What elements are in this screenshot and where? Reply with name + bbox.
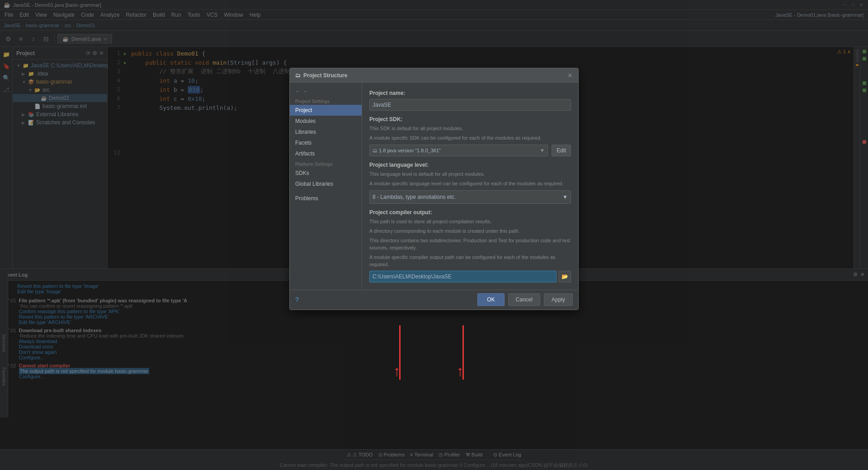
red-arrow-apply: ↑ — [457, 363, 464, 380]
compiler-output-label: Project compiler output: — [369, 209, 571, 216]
dialog-body: ← → Project Settings Project Modules Lib… — [290, 83, 578, 290]
compiler-desc3: This directory contains two subdirectori… — [369, 237, 571, 251]
project-name-input[interactable] — [369, 99, 571, 111]
lang-dropdown-arrow: ▼ — [562, 194, 568, 200]
lang-value: 8 - Lambdas, type annotations etc. — [373, 194, 456, 200]
nav-item-sdks[interactable]: SDKs — [290, 168, 362, 179]
output-path-row: 📂 — [369, 271, 571, 282]
nav-forward-btn[interactable]: → — [302, 88, 308, 94]
sdk-select[interactable]: 🗂 1.8 java version "1.8.0_361" ▼ — [369, 145, 548, 156]
footer-buttons: OK Cancel Apply — [477, 293, 573, 306]
dialog-close-btn[interactable]: ✕ — [567, 72, 573, 79]
nav-item-artifacts[interactable]: Artifacts — [290, 148, 362, 159]
dialog-title: Project Structure — [303, 72, 347, 79]
dialog-nav: ← → Project Settings Project Modules Lib… — [290, 83, 362, 290]
project-name-label: Project name: — [369, 90, 571, 96]
compiler-desc2: A directory corresponding to each module… — [369, 228, 571, 235]
dialog-cancel-btn[interactable]: Cancel — [508, 293, 540, 306]
platform-settings-label: Platform Settings — [290, 159, 362, 168]
red-arrow-ok: ↑ — [393, 363, 401, 380]
dialog-ok-btn[interactable]: OK — [477, 293, 504, 306]
dialog-content: Project name: Project SDK: This SDK is d… — [362, 83, 578, 290]
modal-overlay: 🗂 Project Structure ✕ ← → Project Settin… — [0, 0, 868, 470]
lang-level-select[interactable]: 8 - Lambdas, type annotations etc. ▼ — [369, 190, 571, 204]
dialog-apply-btn[interactable]: Apply — [544, 293, 573, 306]
sdk-edit-btn[interactable]: Edit — [552, 145, 571, 156]
project-sdk-label: Project SDK: — [369, 116, 571, 122]
dialog-nav-arrows: ← → — [290, 86, 362, 96]
sdk-dropdown-arrow: ▼ — [539, 147, 545, 154]
nav-item-libraries[interactable]: Libraries — [290, 127, 362, 137]
dialog-icon: 🗂 — [295, 72, 301, 79]
output-path-browse-btn[interactable]: 📂 — [558, 271, 571, 282]
nav-item-facets[interactable]: Facets — [290, 137, 362, 148]
problems-section-label — [290, 189, 362, 193]
nav-item-project[interactable]: Project — [290, 105, 362, 116]
sdk-desc2: A module specific SDK can be configured … — [369, 135, 571, 141]
dialog-footer: ? OK Cancel Apply — [290, 290, 578, 310]
sdk-value: 🗂 1.8 java version "1.8.0_361" — [373, 148, 441, 153]
nav-item-global-libs[interactable]: Global Libraries — [290, 179, 362, 189]
sdk-row: 🗂 1.8 java version "1.8.0_361" ▼ Edit — [369, 145, 571, 156]
project-structure-dialog: 🗂 Project Structure ✕ ← → Project Settin… — [289, 68, 579, 310]
red-arrow-stem-ok — [399, 325, 401, 380]
nav-item-problems[interactable]: Problems — [290, 193, 362, 204]
lang-desc2: A module specific language level can be … — [369, 180, 571, 187]
nav-item-modules[interactable]: Modules — [290, 116, 362, 127]
output-path-input[interactable] — [369, 271, 557, 282]
dialog-title-bar: 🗂 Project Structure ✕ — [290, 68, 578, 83]
dialog-help-btn[interactable]: ? — [295, 296, 299, 303]
compiler-desc1: This path is used to store all project c… — [369, 218, 571, 225]
project-settings-label: Project Settings — [290, 96, 362, 105]
sdk-desc1: This SDK is default for all project modu… — [369, 125, 571, 132]
nav-back-btn[interactable]: ← — [295, 88, 301, 94]
lang-level-label: Project language level: — [369, 162, 571, 168]
red-arrow-stem-apply — [462, 325, 464, 380]
compiler-desc4: A module specific compiler output path c… — [369, 254, 571, 268]
lang-desc1: This language level is default for all p… — [369, 171, 571, 178]
